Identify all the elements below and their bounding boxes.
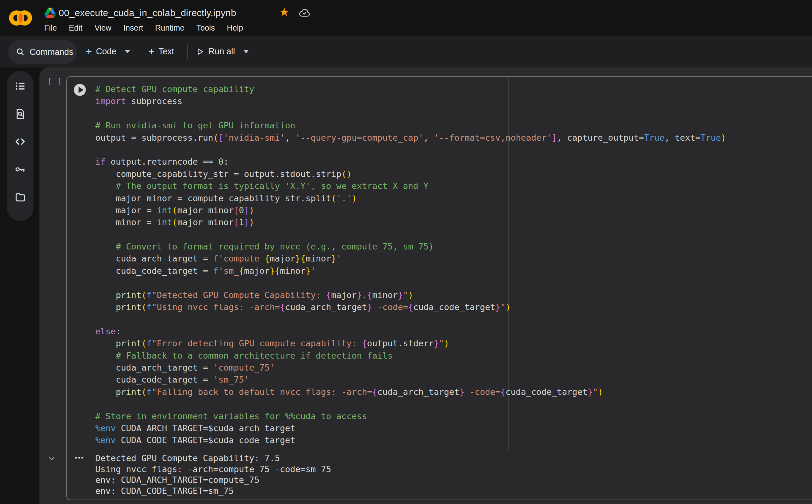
menu-item-edit[interactable]: Edit [69,23,82,32]
code-line [95,229,726,241]
chevron-down-icon[interactable] [244,50,249,53]
menu-item-tools[interactable]: Tools [197,23,215,32]
cloud-saved-icon[interactable] [298,7,311,19]
plus-icon: + [148,47,154,56]
code-line: print(f"Falling back to default nvcc fla… [95,386,726,398]
search-icon [16,47,25,57]
output-more-icon[interactable] [75,457,83,459]
code-line: print(f"Error detecting GPU compute capa… [95,337,726,349]
colab-window: 00_execute_cuda_in_colab_directly.ipynb … [0,0,812,504]
code-line: major = int(major_minor[0]) [95,204,726,216]
run-all-button[interactable]: Run all [196,36,249,67]
run-cell-button[interactable] [74,84,86,96]
code-line: # Store in environment variables for %%c… [95,410,726,422]
code-line: cuda_code_target = f'sm_{major}{minor}' [95,265,726,277]
code-cell: # Detect GPU compute capabilityimport su… [66,76,812,500]
code-line [95,313,726,325]
collapse-output-chevron-icon[interactable] [47,454,56,463]
menu-item-insert[interactable]: Insert [123,23,143,32]
output-line: env: CUDA_ARCH_TARGET=compute_75 [95,475,331,486]
code-line: cuda_arch_target = 'compute_75' [95,362,726,374]
code-line: major_minor = compute_capability_str.spl… [95,192,726,204]
plus-icon: + [86,47,92,56]
code-editor[interactable]: # Detect GPU compute capabilityimport su… [95,83,726,447]
find-and-replace-icon[interactable] [15,108,26,120]
execution-count-indicator: [ ] [47,77,62,85]
output-line: Detected GPU Compute Capability: 7.5 [95,453,331,464]
notebook-panel: [ ] # Detect GPU compute capabilityimpor… [39,67,812,504]
colab-logo[interactable] [8,6,33,30]
drive-icon [44,8,56,18]
add-code-button[interactable]: + Code [86,36,130,67]
code-line: if output.returncode == 0: [95,156,726,168]
secrets-key-icon[interactable] [15,164,26,175]
table-of-contents-icon[interactable] [15,80,26,92]
code-line [95,108,726,120]
code-line: compute_capability_str = output.stdout.s… [95,168,726,180]
code-line: cuda_code_target = 'sm_75' [95,374,726,386]
star-icon[interactable]: ★ [279,6,290,18]
code-line: # Convert to format required by nvcc (e.… [95,241,726,253]
chevron-down-icon[interactable] [125,50,130,53]
cell-output: Detected GPU Compute Capability: 7.5Usin… [95,453,331,496]
code-line: print(f"Detected GPU Compute Capability:… [95,289,726,301]
menu-item-runtime[interactable]: Runtime [155,23,185,32]
code-line: print(f"Using nvcc flags: -arch={cuda_ar… [95,301,726,313]
output-line: Using nvcc flags: -arch=compute_75 -code… [95,464,331,475]
code-line [95,398,726,410]
files-folder-icon[interactable] [15,191,26,203]
menu-item-view[interactable]: View [94,23,111,32]
commands-label: Commands [30,47,73,57]
code-line: import subprocess [95,95,726,107]
header: 00_execute_cuda_in_colab_directly.ipynb … [0,0,812,36]
code-line: # Detect GPU compute capability [95,83,726,95]
run-all-icon [196,47,204,56]
code-line: # The output format is typically 'X.Y', … [95,180,726,192]
commands-button[interactable]: Commands [8,40,77,64]
code-line: # Run nvidia-smi to get GPU information [95,120,726,132]
menu-item-help[interactable]: Help [227,23,243,32]
code-line [95,144,726,156]
run-all-label: Run all [209,47,235,56]
code-line: # Fallback to a common architecture if d… [95,350,726,362]
code-line: minor = int(major_minor[1]) [95,216,726,228]
output-line: env: CUDA_CODE_TARGET=sm_75 [95,486,331,497]
menu-item-file[interactable]: File [44,23,57,32]
code-snippets-icon[interactable] [15,136,26,147]
add-text-label: Text [158,47,174,56]
code-line: cuda_arch_target = f'compute_{major}{min… [95,253,726,265]
menubar: FileEditViewInsertRuntimeToolsHelp [44,23,243,32]
code-line: output = subprocess.run(['nvidia-smi', '… [95,132,726,144]
play-icon [79,87,84,93]
code-line: %env CUDA_ARCH_TARGET=$cuda_arch_target [95,422,726,434]
add-code-label: Code [96,47,116,56]
add-text-button[interactable]: + Text [148,36,174,67]
notebook-title[interactable]: 00_execute_cuda_in_colab_directly.ipynb [59,8,236,18]
code-line: else: [95,325,726,337]
code-line [95,277,726,289]
toolbar: Commands + Code + Text Run all [0,36,812,67]
code-line: %env CUDA_CODE_TARGET=$cuda_code_target [95,434,726,446]
toolbar-divider [187,44,188,59]
sidebar [7,71,33,221]
